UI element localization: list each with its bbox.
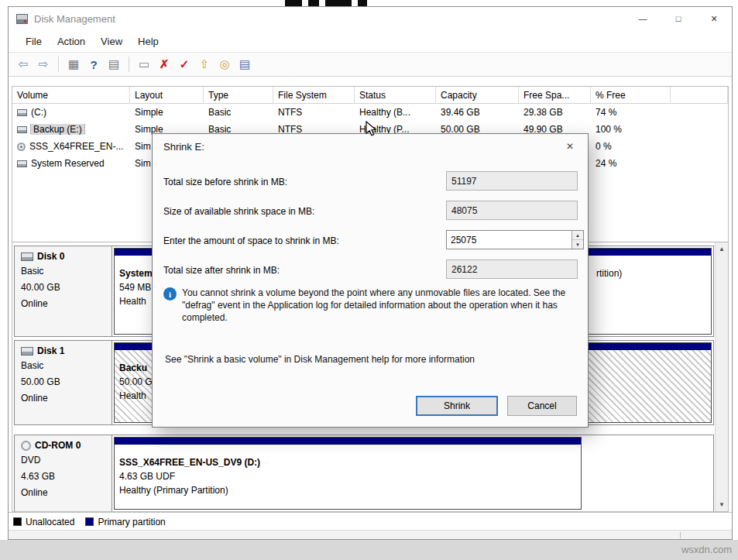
cell-capacity: 39.46 GB	[436, 107, 519, 118]
label-total-after: Total size after shrink in MB:	[163, 265, 280, 276]
spinner: ▲ ▼	[572, 231, 583, 249]
dialog-title-bar: Shrink E:	[153, 134, 588, 159]
explore-icon[interactable]: ◎	[216, 56, 233, 73]
volume-name: System Reserved	[31, 158, 105, 169]
column-free-space[interactable]: Free Spa...	[519, 87, 591, 104]
shrink-dialog: Shrink E: ✕ Total size before shrink in …	[152, 133, 589, 428]
label-available-space: Size of available shrink space in MB:	[163, 206, 314, 217]
volume-table-header: Volume Layout Type File System Status Ca…	[12, 87, 728, 104]
minimize-button[interactable]: —	[625, 7, 661, 30]
format-icon[interactable]: ▭	[136, 56, 153, 73]
menu-file[interactable]: File	[18, 33, 50, 50]
watermark: wsxdn.com	[681, 544, 732, 555]
properties-icon[interactable]: ▤	[236, 56, 253, 73]
column-capacity[interactable]: Capacity	[436, 87, 519, 104]
disk-size: 50.00 GB	[21, 375, 112, 389]
drive-icon	[17, 160, 27, 167]
volume-name: SSS_X64FREE_EN-...	[29, 141, 123, 152]
status-separator	[680, 532, 681, 538]
disk-status: Online	[21, 391, 112, 405]
help-icon[interactable]: ?	[85, 56, 102, 73]
spinner-up-icon[interactable]: ▲	[572, 231, 583, 240]
legend-primary-partition: Primary partition	[85, 517, 165, 527]
menu-action[interactable]: Action	[50, 33, 93, 50]
value-total-after: 26122	[446, 259, 578, 279]
window-controls: — □ ✕	[625, 7, 732, 30]
partition-system-reserved[interactable]: System 549 MB Health	[114, 248, 156, 335]
disk-management-app-icon	[16, 14, 28, 24]
maximize-button[interactable]: □	[661, 7, 696, 30]
legend-bar: Unallocated Primary partition	[9, 512, 732, 531]
column-type[interactable]: Type	[204, 87, 273, 104]
column-status[interactable]: Status	[355, 87, 436, 104]
extend-volume-icon[interactable]: ⇧	[196, 56, 213, 73]
disk-kind: DVD	[21, 453, 112, 467]
cancel-button[interactable]: Cancel	[507, 396, 577, 416]
menu-bar: File Action View Help	[9, 30, 732, 52]
delete-volume-icon[interactable]: ✗	[156, 56, 173, 73]
toolbar: ⇦ ⇨ ▦ ? ▤ ▭ ✗ ✓ ⇧ ◎ ▤	[9, 52, 732, 77]
cell-pct-free: 74 %	[591, 107, 671, 118]
legend-unallocated: Unallocated	[13, 517, 74, 527]
disk-size: 40.00 GB	[21, 280, 112, 294]
disk-1-header[interactable]: Disk 1 Basic 50.00 GB Online	[15, 341, 112, 424]
cell-status: Healthy (B...	[355, 107, 436, 118]
disk-size: 4.63 GB	[21, 469, 112, 483]
value-available-space: 48075	[446, 201, 578, 220]
export-list-icon[interactable]: ▤	[105, 56, 122, 73]
volume-name-selected: Backup (E:)	[31, 124, 84, 135]
menu-help[interactable]: Help	[130, 33, 166, 50]
label-shrink-amount: Enter the amount of space to shrink in M…	[163, 235, 339, 246]
disk-icon	[21, 347, 33, 356]
partition-color-band	[115, 249, 156, 256]
menu-view[interactable]: View	[93, 33, 130, 50]
back-icon[interactable]: ⇦	[15, 56, 32, 73]
forward-icon[interactable]: ⇨	[35, 56, 52, 73]
disk-name: CD-ROM 0	[35, 440, 81, 451]
cell-free: 29.38 GB	[519, 107, 591, 118]
drive-icon	[17, 126, 27, 133]
shrink-button[interactable]: Shrink	[416, 396, 498, 416]
scroll-down-icon[interactable]: ▼	[716, 498, 728, 511]
column-pct-free[interactable]: % Free	[591, 87, 671, 104]
cell-pct-free: 100 %	[591, 124, 671, 135]
scroll-up-icon[interactable]: ▲	[716, 242, 728, 256]
dialog-title: Shrink E:	[163, 141, 204, 153]
cell-fs: NTFS	[273, 107, 355, 118]
screen: Disk Management — □ ✕ File Action View H…	[0, 0, 738, 560]
toolbar-separator	[58, 57, 59, 72]
disk-0-header[interactable]: Disk 0 Basic 40.00 GB Online	[15, 246, 112, 336]
console-tree-icon[interactable]: ▦	[65, 56, 82, 73]
close-button[interactable]: ✕	[696, 7, 732, 30]
shrink-amount-field: ▲ ▼	[446, 230, 584, 249]
title-bar: Disk Management — □ ✕	[9, 7, 732, 30]
cell-type: Basic	[204, 107, 273, 118]
vertical-scrollbar[interactable]: ▲ ▼	[715, 242, 728, 511]
disk-icon	[21, 253, 33, 261]
column-file-system[interactable]: File System	[273, 87, 355, 104]
bottom-strip: wsxdn.com	[0, 540, 738, 560]
drive-icon	[17, 109, 27, 116]
cell-layout: Simple	[130, 107, 204, 118]
spinner-down-icon[interactable]: ▼	[572, 240, 583, 249]
value-total-before: 51197	[446, 171, 578, 191]
mouse-cursor	[366, 121, 377, 137]
unallocated-swatch	[13, 517, 22, 526]
partition-d-drive[interactable]: SSS_X64FREE_EN-US_DV9 (D:) 4.63 GB UDF H…	[114, 437, 582, 510]
column-layout[interactable]: Layout	[130, 87, 204, 104]
column-volume[interactable]: Volume	[12, 87, 130, 104]
mark-active-icon[interactable]: ✓	[176, 56, 193, 73]
volume-row-c[interactable]: (C:) Simple Basic NTFS Healthy (B... 39.…	[12, 104, 728, 121]
info-text: You cannot shrink a volume beyond the po…	[182, 287, 577, 324]
cell-pct-free: 24 %	[591, 158, 671, 169]
window-title: Disk Management	[34, 13, 115, 25]
shrink-amount-input[interactable]	[447, 231, 572, 249]
label-total-before: Total size before shrink in MB:	[163, 177, 287, 187]
status-bar	[9, 530, 732, 539]
cd-icon	[17, 143, 26, 151]
info-icon: i	[163, 287, 177, 301]
disk-status: Online	[21, 486, 112, 500]
dialog-close-icon[interactable]: ✕	[560, 139, 580, 154]
toolbar-separator	[129, 57, 129, 72]
cd-rom-0-header[interactable]: CD-ROM 0 DVD 4.63 GB Online	[15, 435, 112, 511]
